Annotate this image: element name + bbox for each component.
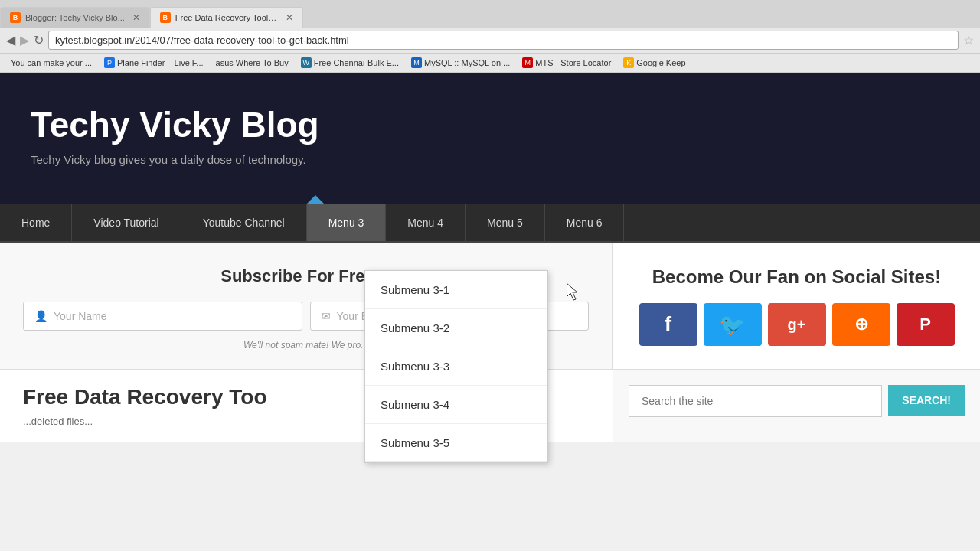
submenu-3-3[interactable]: Submenu 3-3 (365, 347, 547, 386)
googleplus-icon[interactable]: g+ (768, 303, 826, 346)
twitter-icon[interactable]: 🐦 (704, 303, 762, 346)
name-field[interactable]: 👤 Your Name (23, 302, 302, 331)
bookmark5-label: MySQL :: MySQL on ... (424, 58, 510, 67)
bookmark4-label: Free Chennai-Bulk E... (314, 58, 399, 67)
bookmark-1[interactable]: You can make your ... (6, 57, 96, 69)
nav-arrow (306, 195, 325, 204)
tab-1[interactable]: B Blogger: Techy Vicky Blo... ✕ (0, 7, 150, 28)
address-bar-row: ◀ ▶ ↻ ☆ (0, 28, 980, 54)
name-placeholder: Your Name (54, 310, 107, 322)
search-input[interactable] (629, 385, 882, 417)
nav-menu6[interactable]: Menu 6 (545, 204, 625, 241)
tab-2[interactable]: B Free Data Recovery Tool t... ✕ (150, 7, 303, 28)
browser-chrome: B Blogger: Techy Vicky Blo... ✕ B Free D… (0, 0, 980, 73)
bookmark-6[interactable]: M MTS - Store Locator (518, 56, 616, 70)
blog-header: Techy Vicky Blog Techy Vicky blog gives … (0, 73, 980, 204)
bookmark-star[interactable]: ☆ (963, 33, 974, 47)
nav-youtube[interactable]: Youtube Channel (181, 204, 307, 241)
person-icon: 👤 (34, 310, 47, 322)
submenu-3-5[interactable]: Submenu 3-5 (365, 424, 547, 462)
bookmark-3[interactable]: asus Where To Buy (211, 57, 293, 69)
bookmark7-icon: K (623, 57, 634, 68)
submenu-3-4[interactable]: Submenu 3-4 (365, 386, 547, 424)
email-icon: ✉ (322, 310, 331, 322)
bookmark-7[interactable]: K Google Keep (619, 56, 690, 70)
blog-page: Techy Vicky Blog Techy Vicky blog gives … (0, 73, 980, 442)
bookmark4-icon: W (301, 57, 312, 68)
tab2-close[interactable]: ✕ (286, 12, 293, 23)
bookmark7-label: Google Keep (636, 58, 685, 67)
reload-button[interactable]: ↻ (34, 33, 44, 47)
tab-bar: B Blogger: Techy Vicky Blo... ✕ B Free D… (0, 0, 980, 28)
address-input[interactable] (48, 31, 959, 50)
nav-home[interactable]: Home (0, 204, 72, 241)
bookmark6-icon: M (522, 57, 533, 68)
facebook-icon[interactable]: f (639, 303, 697, 346)
tab2-label: Free Data Recovery Tool t... (175, 13, 278, 22)
search-section: SEARCH! (612, 369, 980, 442)
search-button[interactable]: SEARCH! (888, 385, 965, 416)
forward-button[interactable]: ▶ (20, 33, 29, 47)
sidebar-social: Become Our Fan on Social Sites! f 🐦 g+ ⊕… (612, 243, 980, 369)
nav-menu5[interactable]: Menu 5 (466, 204, 545, 241)
nav-video[interactable]: Video Tutorial (72, 204, 181, 241)
bookmarks-bar: You can make your ... P Plane Finder – L… (0, 54, 980, 73)
bookmark2-icon: P (104, 57, 115, 68)
tab1-favicon: B (10, 12, 21, 23)
tab1-close[interactable]: ✕ (132, 12, 140, 23)
submenu-3-2[interactable]: Submenu 3-2 (365, 309, 547, 347)
dropdown-menu: Submenu 3-1 Submenu 3-2 Submenu 3-3 Subm… (364, 270, 548, 463)
pinterest-icon[interactable]: P (897, 303, 955, 346)
social-title: Become Our Fan on Social Sites! (629, 266, 965, 288)
nav-menu4[interactable]: Menu 4 (386, 204, 466, 241)
bookmark-4[interactable]: W Free Chennai-Bulk E... (296, 56, 403, 70)
blog-subtitle: Techy Vicky blog gives you a daily dose … (31, 153, 949, 166)
nav-bar: Home Video Tutorial Youtube Channel Menu… (0, 204, 980, 243)
tab1-label: Blogger: Techy Vicky Blo... (25, 13, 125, 22)
bookmark-5[interactable]: M MySQL :: MySQL on ... (407, 56, 514, 70)
tab2-favicon: B (160, 12, 171, 23)
blog-title: Techy Vicky Blog (31, 104, 949, 145)
social-icons: f 🐦 g+ ⊕ P (629, 303, 965, 346)
bookmark3-label: asus Where To Buy (216, 58, 289, 67)
bookmark1-label: You can make your ... (11, 58, 92, 67)
submenu-3-1[interactable]: Submenu 3-1 (365, 271, 547, 309)
bookmark-2[interactable]: P Plane Finder – Live F... (100, 56, 208, 70)
bookmark6-label: MTS - Store Locator (535, 58, 611, 67)
bookmark5-icon: M (411, 57, 422, 68)
nav-menu3[interactable]: Menu 3 (307, 204, 387, 241)
bookmark2-label: Plane Finder – Live F... (117, 58, 204, 67)
back-button[interactable]: ◀ (6, 33, 15, 47)
rss-icon[interactable]: ⊕ (832, 303, 890, 346)
